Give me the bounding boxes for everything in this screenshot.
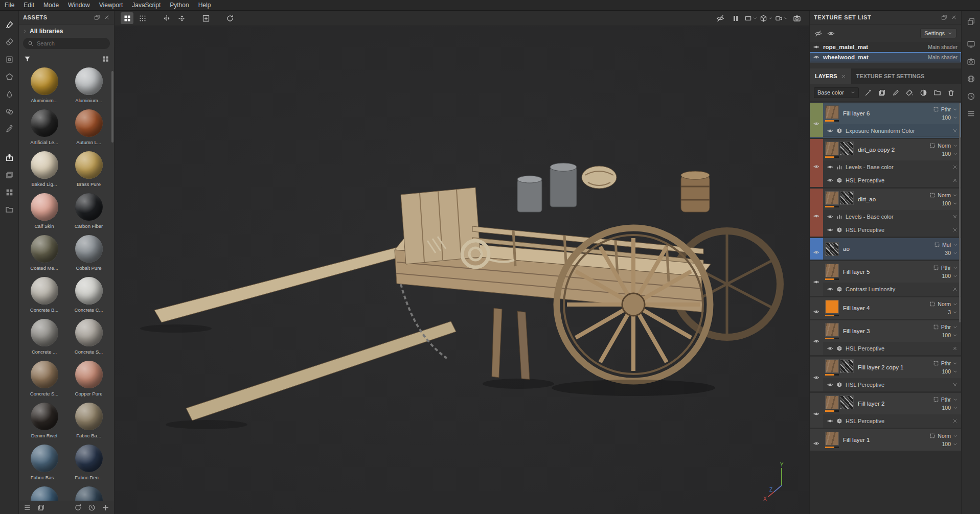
opacity-dropdown-icon[interactable] [953, 406, 958, 410]
shelf-panel[interactable] [3, 203, 16, 216]
layer-group[interactable]: Fill layer 6 Pthr 100 Exposure Nonunifor… [810, 103, 961, 137]
layer-opacity[interactable]: 30 [945, 250, 951, 256]
material-item[interactable]: Concrete ... [22, 319, 66, 355]
grid-view-icon[interactable] [102, 55, 109, 63]
layer-thumbnail[interactable] [825, 359, 854, 376]
close-panel-icon[interactable] [951, 14, 957, 20]
effect-visibility-icon[interactable] [827, 164, 833, 170]
layer-row[interactable]: Fill layer 2 copy 1 Pthr 100 [823, 357, 961, 378]
refresh-assets-icon[interactable] [74, 504, 82, 511]
material-item[interactable] [66, 486, 111, 501]
layer-effect-row[interactable]: HSL Perceptive [823, 223, 961, 237]
add-asset-icon[interactable] [102, 504, 109, 511]
asset-detail-view-icon[interactable] [37, 504, 45, 511]
opacity-dropdown-icon[interactable] [953, 152, 958, 156]
material-item[interactable]: Calf Skin [22, 193, 66, 229]
opacity-dropdown-icon[interactable] [953, 274, 958, 278]
stencil-options[interactable] [744, 12, 757, 24]
layer-visibility-icon[interactable] [813, 304, 819, 319]
geometry-options[interactable] [760, 12, 772, 24]
layer-effect-row[interactable]: HSL Perceptive [823, 342, 961, 355]
menu-file[interactable]: File [0, 0, 19, 10]
layer-thumbnail[interactable] [825, 264, 839, 280]
layer-row[interactable]: Fill layer 2 Pthr 100 [823, 393, 961, 414]
add-effect-button[interactable] [862, 87, 874, 98]
layer-effect-row[interactable]: Contrast Luminosity [823, 283, 961, 296]
viewer-settings-icon[interactable] [964, 55, 977, 68]
delete-layer-button[interactable] [945, 87, 957, 98]
material-picker-tool[interactable] [3, 122, 16, 135]
tab-layers[interactable]: LAYERS [810, 68, 851, 84]
paint-tool[interactable] [3, 18, 16, 31]
blend-mode[interactable]: Norm [938, 143, 951, 149]
layer-opacity[interactable]: 3 [948, 309, 951, 315]
layer-thumbnail[interactable] [825, 323, 839, 339]
history-icon[interactable] [964, 89, 977, 103]
effect-visibility-icon[interactable] [827, 128, 833, 134]
menu-window[interactable]: Window [63, 0, 95, 10]
texture-set-row[interactable]: wheelwood_mat Main shader [810, 52, 961, 62]
add-quick-mask[interactable] [199, 12, 212, 24]
layer-group[interactable]: Fill layer 3 Pthr 100 HSL Perceptive [810, 320, 961, 355]
layer-opacity[interactable]: 100 [942, 441, 951, 447]
material-item[interactable]: Fabric Den... [66, 445, 111, 480]
close-tab-icon[interactable] [841, 74, 846, 79]
layer-opacity[interactable]: 100 [942, 368, 951, 375]
blend-mode[interactable]: Pthr [941, 360, 951, 366]
blend-mode[interactable]: Pthr [941, 324, 951, 330]
effect-visibility-icon[interactable] [827, 286, 833, 292]
menu-help[interactable]: Help [194, 0, 216, 10]
effect-visibility-icon[interactable] [827, 382, 833, 388]
layer-thumbnail[interactable] [825, 242, 839, 256]
add-group-button[interactable] [931, 87, 943, 98]
layer-row[interactable]: Fill layer 4 Norm 3 [823, 297, 961, 319]
asset-list-view-icon[interactable] [24, 504, 31, 511]
layer-row[interactable]: Fill layer 3 Pthr 100 [823, 320, 961, 342]
remove-effect-icon[interactable] [952, 346, 958, 351]
blend-dropdown-icon[interactable] [953, 325, 958, 330]
dock-panel-icon[interactable] [964, 15, 977, 28]
layer-effect-row[interactable]: Exposure Nonuniform Color [823, 124, 961, 137]
remove-effect-icon[interactable] [952, 287, 958, 292]
layer-effect-row[interactable]: Levels - Base color [823, 210, 961, 223]
viewport-layout[interactable] [121, 12, 133, 24]
menu-viewport[interactable]: Viewport [95, 0, 127, 10]
effect-visibility-icon[interactable] [827, 345, 833, 352]
layer-group[interactable]: dirt_ao copy 2 Norm 100 Levels - Base co… [810, 139, 961, 187]
remove-effect-icon[interactable] [952, 214, 958, 219]
layer-group[interactable]: ao Mul 30 [810, 238, 961, 260]
blend-mode[interactable]: Norm [938, 192, 951, 198]
material-item[interactable]: Aluminium... [22, 67, 66, 103]
texture-set-row[interactable]: rope_matel_mat Main shader [810, 42, 961, 52]
texture-set-settings-button[interactable]: Settings [920, 28, 956, 38]
camera-options[interactable] [775, 12, 788, 24]
layer-thumbnail[interactable] [825, 191, 854, 207]
layer-row[interactable]: dirt_ao copy 2 Norm 100 [823, 139, 961, 160]
smudge-tool[interactable] [3, 87, 16, 101]
blend-mode[interactable]: Pthr [941, 396, 951, 403]
remove-effect-icon[interactable] [952, 178, 958, 183]
layer-group[interactable]: Fill layer 2 Pthr 100 HSL Perceptive [810, 393, 961, 428]
layer-group[interactable]: Fill layer 5 Pthr 100 Contrast Luminosit… [810, 261, 961, 296]
material-item[interactable]: Artificial Le... [22, 109, 66, 145]
screenshot[interactable] [790, 12, 803, 24]
layer-group[interactable]: Fill layer 2 copy 1 Pthr 100 HSL Percept… [810, 357, 961, 391]
blend-mode[interactable]: Pthr [941, 265, 951, 271]
menu-mode[interactable]: Mode [39, 0, 63, 10]
opacity-dropdown-icon[interactable] [953, 310, 958, 315]
material-item[interactable]: Fabric ... [22, 486, 66, 501]
display-settings-icon[interactable] [964, 37, 977, 51]
layer-row[interactable]: dirt_ao Norm 100 [823, 189, 961, 210]
material-item[interactable]: Brass Pure [66, 151, 111, 187]
toggle-overlays[interactable] [714, 12, 726, 24]
textures-panel[interactable] [3, 185, 16, 199]
log-icon[interactable] [964, 107, 977, 120]
layer-effect-row[interactable]: Levels - Base color [823, 160, 961, 174]
blend-dropdown-icon[interactable] [953, 434, 958, 438]
menu-javascript[interactable]: JavaScript [127, 0, 165, 10]
layer-row[interactable]: Fill layer 5 Pthr 100 [823, 261, 961, 283]
blend-dropdown-icon[interactable] [953, 361, 958, 366]
opacity-dropdown-icon[interactable] [953, 115, 958, 120]
material-item[interactable]: Denim Rivet [22, 403, 66, 438]
tab-texture-set-settings[interactable]: TEXTURE SET SETTINGS [851, 68, 930, 84]
